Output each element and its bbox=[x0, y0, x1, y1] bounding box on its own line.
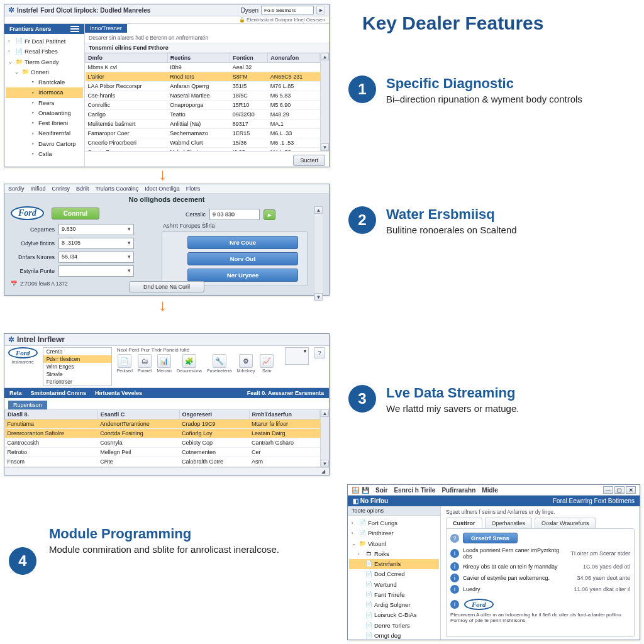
scroll-down[interactable]: ▼ bbox=[321, 460, 329, 467]
tab[interactable]: Smitontarind Cnnins bbox=[31, 390, 87, 396]
table-row[interactable]: CantrocosithCosnrylaCebisty CopCantrarh … bbox=[5, 438, 320, 448]
tree-item[interactable]: ▫Reers bbox=[6, 98, 83, 108]
toolbar-button[interactable]: ⚙ bbox=[239, 354, 253, 368]
col-header[interactable]: Aonerafon bbox=[268, 53, 320, 63]
select-input[interactable]: 9.830▾ bbox=[58, 224, 134, 235]
dropdown-item[interactable]: Pds= tfesticen bbox=[43, 355, 111, 363]
dropdown-button[interactable]: ▾ bbox=[285, 347, 309, 365]
menu-bar[interactable]: SoirEsnrci h TirilePufirrarahnMidle bbox=[375, 487, 498, 494]
table-row[interactable]: ConrolficOnaproporga15R10M5 6.90 bbox=[86, 101, 320, 110]
menu-item[interactable]: Flotrs bbox=[186, 186, 201, 192]
tree-item[interactable]: ⌄📁Tierm Gendy bbox=[6, 57, 83, 67]
scrollbar[interactable]: ▲ ▼ bbox=[320, 53, 329, 151]
tree-item[interactable]: ›📄Resal Fsbes bbox=[6, 47, 83, 57]
resize-grip-icon[interactable]: ◢ bbox=[321, 469, 325, 474]
dropdown-item[interactable]: Strsvle bbox=[43, 370, 111, 378]
nav-tree[interactable]: ›📄Fr Dcal Patitnet›📄Resal Fsbes⌄📁Tierm G… bbox=[4, 34, 84, 162]
table-row[interactable]: RetrotioMellegn PeilCotnementenCer bbox=[5, 448, 320, 457]
scroll-up[interactable]: ▲ bbox=[321, 409, 329, 417]
menu-item[interactable]: Bdriit bbox=[76, 186, 89, 192]
table-row[interactable]: Cse-hranlsNaseral Martiee18/5CM6 5.83 bbox=[86, 91, 320, 101]
select-input[interactable]: ▾ bbox=[58, 265, 134, 277]
tree-item[interactable]: ▫Onatoanting bbox=[6, 108, 83, 118]
footer-button[interactable]: Suctert bbox=[293, 155, 325, 166]
maximize-button[interactable]: ▢ bbox=[614, 486, 625, 494]
search-input[interactable] bbox=[261, 6, 314, 14]
save-icon[interactable]: 💾 bbox=[362, 487, 369, 494]
tree-item[interactable]: ⌄📁Onneri bbox=[6, 67, 83, 77]
tree-item[interactable]: 📄Estrirfanls bbox=[349, 559, 439, 569]
table-row[interactable]: Drenrcoranton SafiolreConrtda FosiriingC… bbox=[5, 429, 320, 438]
toolbar-button[interactable]: 📄 bbox=[118, 354, 131, 368]
tab-operations[interactable]: Operhanstles bbox=[485, 518, 533, 528]
dropdown-item[interactable]: Ferlontrser bbox=[43, 378, 111, 386]
help-button[interactable]: ? bbox=[314, 347, 325, 358]
col-header[interactable]: RmhTdaserfun bbox=[249, 410, 320, 419]
select-input[interactable]: 8 .3105▾ bbox=[58, 238, 134, 249]
menu-item[interactable]: Pufirrarahn bbox=[441, 487, 475, 494]
scroll-up[interactable]: ▲ bbox=[314, 206, 323, 214]
search-go-button[interactable]: ▸ bbox=[316, 6, 325, 14]
tab-customer[interactable]: Custtror bbox=[446, 518, 482, 528]
tree-item[interactable]: ▫Iriormoca bbox=[6, 87, 83, 97]
data-grid[interactable]: Diasll 8.Esantll COsgoreseriRmhTdaserfun… bbox=[4, 409, 320, 467]
tab[interactable]: Reta bbox=[9, 390, 22, 396]
bottom-button[interactable]: Dnd Lone Na Curil bbox=[129, 281, 204, 292]
tree-item[interactable]: ⌄📁Vitoonl bbox=[349, 539, 439, 549]
tree-item[interactable]: 📄Ardig Solgner bbox=[349, 600, 439, 610]
tab[interactable]: Hirtuenta Veveles bbox=[95, 390, 142, 396]
col-header[interactable]: Dmfo bbox=[86, 53, 168, 63]
dropdown-item[interactable]: Crento bbox=[43, 348, 111, 355]
menu-item[interactable]: Esnrci h Tirile bbox=[394, 487, 435, 494]
tree-item[interactable]: 📄Orngt deg bbox=[349, 631, 439, 641]
col-header[interactable]: Esantll C bbox=[97, 410, 179, 419]
connect-button[interactable]: Connrul bbox=[52, 208, 99, 219]
data-grid[interactable]: DmfoReetinsFonticnAonerafonMbms K cvlIBh… bbox=[85, 53, 320, 151]
tree-item[interactable]: ›📄Fr Dcal Patitnet bbox=[6, 36, 83, 47]
scroll-down[interactable]: ▼ bbox=[314, 293, 323, 301]
tree-item[interactable]: 📄Fant Trirefe bbox=[349, 590, 439, 600]
tree-item[interactable]: 📄Wertund bbox=[349, 580, 439, 590]
table-row[interactable]: Cneerlo PirocrbeeriWabmd Clurt15/36M6 .1… bbox=[86, 138, 320, 148]
tree-item[interactable]: ▫Cstla bbox=[6, 149, 83, 159]
go-button[interactable]: ▸ bbox=[264, 209, 275, 220]
tree-item[interactable]: 📄Dod Ccrred bbox=[349, 569, 439, 579]
subtab[interactable]: Rupentison bbox=[8, 401, 47, 409]
col-header[interactable]: Diasll 8. bbox=[5, 410, 98, 419]
tree-item[interactable]: 📄Loisruck C-BiAs bbox=[349, 610, 439, 620]
general-button[interactable]: Grsetrf Srens bbox=[463, 533, 518, 543]
select-input[interactable]: 56,I34▾ bbox=[58, 252, 134, 263]
menu-item[interactable]: Inifiod bbox=[31, 186, 46, 192]
menu-item[interactable]: Sordiy bbox=[8, 186, 25, 192]
toolbar-button[interactable]: 🗂 bbox=[138, 354, 152, 368]
col-header[interactable]: Fonticn bbox=[230, 53, 268, 63]
table-row[interactable]: Mulitemtie bašmertAnlittial (Na)89317MA.… bbox=[86, 119, 320, 129]
col-header[interactable]: Reetins bbox=[167, 53, 230, 63]
nav-tree[interactable]: ›📄Fort Curigs›📄Pinthireer⌄📁Vitoonl›🗀Roik… bbox=[348, 516, 440, 643]
action-button-1[interactable]: Nre Coue bbox=[187, 236, 298, 249]
table-row[interactable]: Famaropor CoerSechernamazo1ER15M6.L .33 bbox=[86, 129, 320, 138]
tree-item[interactable]: 📄Denre Toriers bbox=[349, 621, 439, 631]
menu-item[interactable]: Idoct Onetliga bbox=[145, 186, 180, 192]
tab-warranty[interactable]: Ooslar Wraurefuns bbox=[535, 518, 596, 528]
tree-item[interactable]: ▫Fest Ibrieni bbox=[6, 118, 83, 128]
dropdown-item[interactable]: Wirn Enges bbox=[43, 363, 111, 370]
menu-item[interactable]: Midle bbox=[482, 487, 498, 494]
table-row[interactable]: LAA Ptibor ReccorsprAnfaran Qperrg351I5M… bbox=[86, 82, 320, 91]
table-row[interactable]: Mbms K cvlIBh9Aeal 32 bbox=[86, 63, 320, 72]
toolbar-button[interactable]: 📊 bbox=[157, 354, 171, 368]
col-header[interactable]: Osgoreseri bbox=[179, 410, 249, 419]
minimize-button[interactable]: — bbox=[603, 486, 613, 494]
tab-right[interactable]: Fealt 0. Aessaner Esrsmenta bbox=[247, 390, 324, 396]
tree-item[interactable]: ▫Davro Cartorp bbox=[6, 139, 83, 149]
tree-item[interactable]: ›🗀Roiks bbox=[349, 549, 439, 559]
table-row[interactable]: L'aitierRncd tersS8FMAN65C5 231 bbox=[86, 72, 320, 82]
table-row[interactable]: FnsomCRteCalobralth GotreAsm bbox=[5, 457, 320, 467]
table-row[interactable]: FunutiamaAndenor!TerantioneCradop 19C9Mt… bbox=[5, 419, 320, 429]
menu-item[interactable]: Soir bbox=[375, 487, 387, 494]
tree-item[interactable]: ›📄Fort Curigs bbox=[349, 518, 439, 528]
tree-item[interactable]: ▫Nenifirernfal bbox=[6, 128, 83, 138]
menu-icon[interactable] bbox=[70, 26, 79, 32]
scrollbar[interactable]: ▲ ▼ bbox=[320, 409, 329, 467]
value-input[interactable] bbox=[209, 209, 260, 220]
